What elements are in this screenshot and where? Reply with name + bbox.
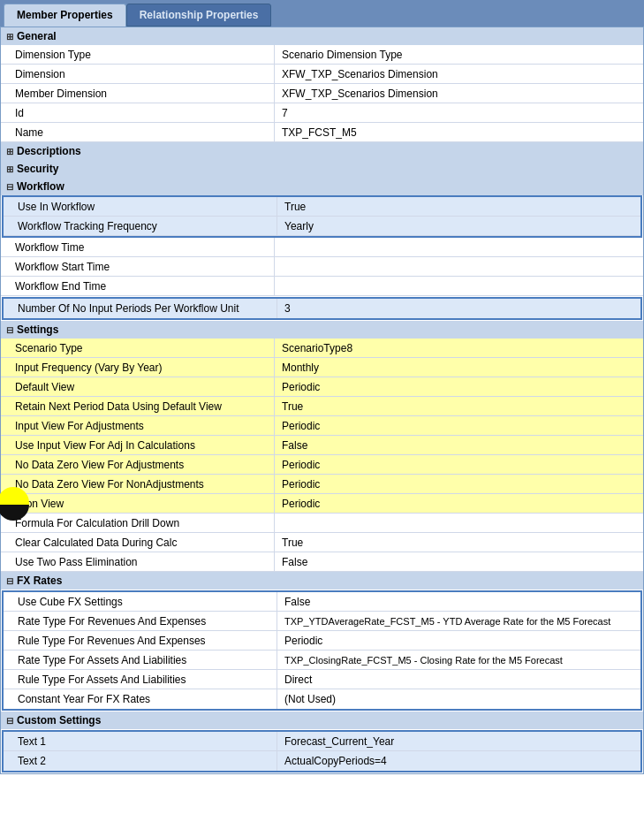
section-settings: ⊟ Settings Scenario Type ScenarioType8 I… <box>1 321 643 572</box>
prop-row-input-view-adj: Input View For Adjustments Periodic <box>1 416 643 436</box>
collapse-workflow-icon[interactable]: ⊟ <box>6 182 13 192</box>
label-no-data-zero-nonadj: No Data Zero View For NonAdjustments <box>1 475 275 493</box>
label-name: Name <box>1 123 275 141</box>
label-rule-type-assets: Rule Type For Assets And Liabilities <box>4 670 277 689</box>
value-default-view: Periodic <box>275 377 643 396</box>
prop-row-default-view: Default View Periodic <box>1 377 643 397</box>
prop-row-dimension: Dimension XFW_TXP_Scenarios Dimension <box>1 65 643 84</box>
label-workflow-end-time: Workflow End Time <box>1 277 275 295</box>
custom-settings-group: Text 1 Forecast_Current_Year Text 2 Actu… <box>2 730 642 772</box>
value-input-view-adj: Periodic <box>275 416 643 435</box>
prop-row-use-cube-fx: Use Cube FX Settings False <box>4 592 640 612</box>
value-rate-type-assets: TXP_ClosingRate_FCST_M5 - Closing Rate f… <box>277 651 640 669</box>
section-descriptions: ⊞ Descriptions <box>1 142 643 160</box>
section-header-workflow: ⊟ Workflow <box>1 178 643 195</box>
tab-member-properties[interactable]: Member Properties <box>4 4 126 27</box>
prop-row-dimension-type: Dimension Type Scenario Dimension Type <box>1 45 643 65</box>
value-use-cube-fx: False <box>277 592 640 611</box>
value-formula-calc-drill <box>275 514 643 532</box>
section-header-general: ⊞ General <box>1 27 643 45</box>
value-dimension: XFW_TXP_Scenarios Dimension <box>275 65 643 83</box>
section-workflow: ⊟ Workflow Use In Workflow True Workflow… <box>1 178 643 320</box>
prop-row-scenario-type: Scenario Type ScenarioType8 <box>1 339 643 358</box>
prop-row-no-input-periods[interactable]: Number Of No Input Periods Per Workflow … <box>4 299 640 318</box>
value-text1: Forecast_Current_Year <box>277 732 640 750</box>
collapse-custom-settings-icon[interactable]: ⊟ <box>6 716 13 726</box>
section-header-descriptions: ⊞ Descriptions <box>1 142 643 160</box>
value-use-input-view-adj: False <box>275 436 643 454</box>
prop-row-rule-type-rev-exp: Rule Type For Revenues And Expenses Peri… <box>4 631 640 651</box>
label-constant-year: Constant Year For FX Rates <box>4 689 277 709</box>
value-no-data-zero-nonadj: Periodic <box>275 475 643 493</box>
prop-row-workflow-end-time: Workflow End Time <box>1 277 643 296</box>
label-formula-calc-drill: Formula For Calculation Drill Down <box>1 514 275 532</box>
value-ation-view: Periodic <box>275 494 643 513</box>
value-rule-type-assets: Direct <box>277 670 640 689</box>
fx-rates-group: Use Cube FX Settings False Rate Type For… <box>2 590 642 711</box>
workflow-selected-group: Use In Workflow True Workflow Tracking F… <box>2 195 642 238</box>
value-no-input-periods: 3 <box>277 299 640 318</box>
label-default-view: Default View <box>1 377 275 396</box>
value-rate-type-rev-exp: TXP_YTDAverageRate_FCST_M5 - YTD Average… <box>277 612 640 630</box>
prop-row-id: Id 7 <box>1 103 643 123</box>
prop-row-workflow-time: Workflow Time <box>1 238 643 257</box>
section-custom-settings: ⊟ Custom Settings Text 1 Forecast_Curren… <box>1 711 643 772</box>
value-input-frequency: Monthly <box>275 358 643 377</box>
prop-row-no-data-zero-nonadj: No Data Zero View For NonAdjustments Per… <box>1 475 643 494</box>
label-use-cube-fx: Use Cube FX Settings <box>4 592 277 611</box>
section-header-settings: ⊟ Settings <box>1 321 643 339</box>
label-text1: Text 1 <box>4 732 277 750</box>
collapse-descriptions-icon[interactable]: ⊞ <box>6 147 13 156</box>
value-workflow-start-time <box>275 257 643 276</box>
tab-relationship-properties[interactable]: Relationship Properties <box>126 4 272 27</box>
label-no-data-zero-adj: No Data Zero View For Adjustments <box>1 455 275 474</box>
label-workflow-start-time: Workflow Start Time <box>1 257 275 276</box>
label-retain-next-period: Retain Next Period Data Using Default Vi… <box>1 397 275 415</box>
label-input-view-adj: Input View For Adjustments <box>1 416 275 435</box>
prop-row-workflow-tracking-frequency[interactable]: Workflow Tracking Frequency Yearly <box>4 217 640 236</box>
prop-row-use-in-workflow[interactable]: Use In Workflow True <box>4 197 640 217</box>
value-no-data-zero-adj: Periodic <box>275 455 643 474</box>
collapse-general-icon[interactable]: ⊞ <box>6 32 13 42</box>
value-rule-type-rev-exp: Periodic <box>277 631 640 650</box>
value-name: TXP_FCST_M5 <box>275 123 643 141</box>
value-scenario-type: ScenarioType8 <box>275 339 643 357</box>
label-clear-calc-data: Clear Calculated Data During Calc <box>1 533 275 552</box>
prop-row-workflow-start-time: Workflow Start Time <box>1 257 643 277</box>
collapse-settings-icon[interactable]: ⊟ <box>6 325 13 335</box>
label-workflow-tracking-frequency: Workflow Tracking Frequency <box>4 217 277 235</box>
label-use-input-view-adj: Use Input View For Adj In Calculations <box>1 436 275 454</box>
label-no-input-periods: Number Of No Input Periods Per Workflow … <box>4 299 277 318</box>
section-header-custom-settings: ⊟ Custom Settings <box>1 711 643 729</box>
prop-row-retain-next-period: Retain Next Period Data Using Default Vi… <box>1 397 643 416</box>
section-fx-rates: ⊟ FX Rates Use Cube FX Settings False Ra… <box>1 572 643 711</box>
label-id: Id <box>1 103 275 122</box>
section-header-fx-rates: ⊟ FX Rates <box>1 572 643 590</box>
value-member-dimension: XFW_TXP_Scenarios Dimension <box>275 84 643 103</box>
prop-row-input-frequency: Input Frequency (Vary By Year) Monthly <box>1 358 643 377</box>
label-ation-view: ation View <box>1 494 275 513</box>
label-dimension-type: Dimension Type <box>1 45 275 64</box>
label-rate-type-assets: Rate Type For Assets And Liabilities <box>4 651 277 669</box>
collapse-security-icon[interactable]: ⊞ <box>6 164 13 174</box>
prop-row-constant-year: Constant Year For FX Rates (Not Used) <box>4 689 640 709</box>
value-id: 7 <box>275 103 643 122</box>
label-dimension: Dimension <box>1 65 275 83</box>
value-constant-year: (Not Used) <box>277 689 640 709</box>
value-use-in-workflow: True <box>277 197 640 216</box>
collapse-fx-rates-icon[interactable]: ⊟ <box>6 576 13 586</box>
prop-row-rate-type-rev-exp: Rate Type For Revenues And Expenses TXP_… <box>4 612 640 631</box>
prop-row-text1: Text 1 Forecast_Current_Year <box>4 732 640 751</box>
prop-row-ation-view: ation View Periodic <box>1 494 643 514</box>
prop-row-rate-type-assets: Rate Type For Assets And Liabilities TXP… <box>4 651 640 670</box>
prop-row-formula-calc-drill: Formula For Calculation Drill Down <box>1 514 643 533</box>
label-two-pass: Use Two Pass Elimination <box>1 552 275 571</box>
value-retain-next-period: True <box>275 397 643 415</box>
label-use-in-workflow: Use In Workflow <box>4 197 277 216</box>
prop-row-member-dimension: Member Dimension XFW_TXP_Scenarios Dimen… <box>1 84 643 103</box>
value-dimension-type: Scenario Dimension Type <box>275 45 643 64</box>
prop-row-no-data-zero-adj: No Data Zero View For Adjustments Period… <box>1 455 643 475</box>
section-general: ⊞ General Dimension Type Scenario Dimens… <box>1 27 643 142</box>
value-workflow-tracking-frequency: Yearly <box>277 217 640 235</box>
prop-row-text2: Text 2 ActualCopyPeriods=4 <box>4 751 640 771</box>
